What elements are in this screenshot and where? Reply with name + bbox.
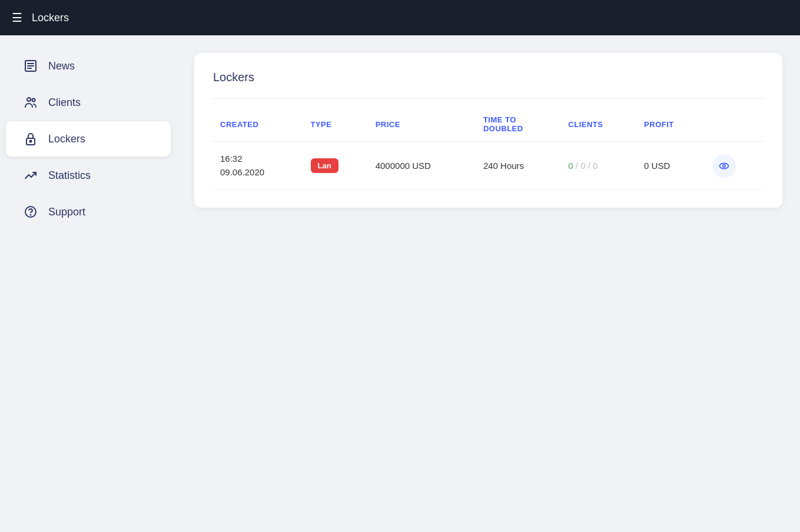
statistics-icon <box>22 168 39 182</box>
svg-point-5 <box>32 99 35 102</box>
sidebar-item-support[interactable]: Support <box>6 194 171 230</box>
clients-sep1: / <box>576 161 580 171</box>
svg-point-9 <box>31 215 31 215</box>
sidebar-label-news: News <box>48 60 75 72</box>
topbar-title: Lockers <box>32 12 69 24</box>
clients-c2: 0 <box>580 161 585 171</box>
created-date: 09.06.2020 <box>220 166 297 179</box>
svg-point-11 <box>723 164 725 167</box>
lockers-card: Lockers CREATED TYPE PRICE TIME TODOUBLE… <box>194 53 782 208</box>
cell-time-to-doubled: 240 Hours <box>476 142 561 190</box>
eye-icon <box>718 160 730 172</box>
sidebar-label-support: Support <box>48 206 85 218</box>
lockers-table: CREATED TYPE PRICE TIME TODOUBLED CLIENT… <box>213 111 764 190</box>
sidebar-item-clients[interactable]: Clients <box>6 85 171 120</box>
clients-c3: 0 <box>593 161 597 171</box>
topbar: ☰ Lockers <box>0 0 800 35</box>
col-created: CREATED <box>213 111 304 142</box>
clients-icon <box>22 95 39 109</box>
sidebar-item-lockers[interactable]: Lockers <box>6 121 171 157</box>
svg-point-4 <box>27 98 31 101</box>
cell-clients: 0 / 0 / 0 <box>561 142 637 190</box>
cell-action <box>705 142 764 190</box>
type-badge: Lan <box>311 158 338 173</box>
col-profit: PROFIT <box>637 111 705 142</box>
cell-type: Lan <box>304 142 369 190</box>
menu-icon[interactable]: ☰ <box>12 11 22 25</box>
created-time: 16:32 <box>220 152 297 166</box>
clients-sep2: / <box>588 161 593 171</box>
clients-value: 0 / 0 / 0 <box>568 161 597 171</box>
layout: News Clients Lo <box>0 35 800 532</box>
table-divider <box>213 98 764 99</box>
svg-point-7 <box>30 141 32 142</box>
news-icon <box>22 59 39 73</box>
col-clients: CLIENTS <box>561 111 637 142</box>
sidebar-label-statistics: Statistics <box>48 169 91 182</box>
clients-c1: 0 <box>568 161 573 171</box>
cell-created: 16:32 09.06.2020 <box>213 142 304 190</box>
sidebar-item-news[interactable]: News <box>6 48 171 84</box>
col-action <box>705 111 764 142</box>
sidebar-item-statistics[interactable]: Statistics <box>6 158 171 193</box>
main-content: Lockers CREATED TYPE PRICE TIME TODOUBLE… <box>177 35 800 532</box>
lockers-icon <box>22 132 39 146</box>
col-price: PRICE <box>369 111 476 142</box>
view-button[interactable] <box>712 154 736 178</box>
sidebar-label-clients: Clients <box>48 97 81 109</box>
support-icon <box>22 205 39 219</box>
cell-profit: 0 USD <box>637 142 705 190</box>
table-row: 16:32 09.06.2020 Lan 4000000 USD 240 Hou… <box>213 142 764 190</box>
card-title: Lockers <box>213 71 764 84</box>
sidebar-label-lockers: Lockers <box>48 133 85 145</box>
sidebar: News Clients Lo <box>0 35 177 532</box>
cell-price: 4000000 USD <box>369 142 476 190</box>
col-type: TYPE <box>304 111 369 142</box>
svg-point-10 <box>719 163 728 168</box>
col-time-to-doubled: TIME TODOUBLED <box>476 111 561 142</box>
